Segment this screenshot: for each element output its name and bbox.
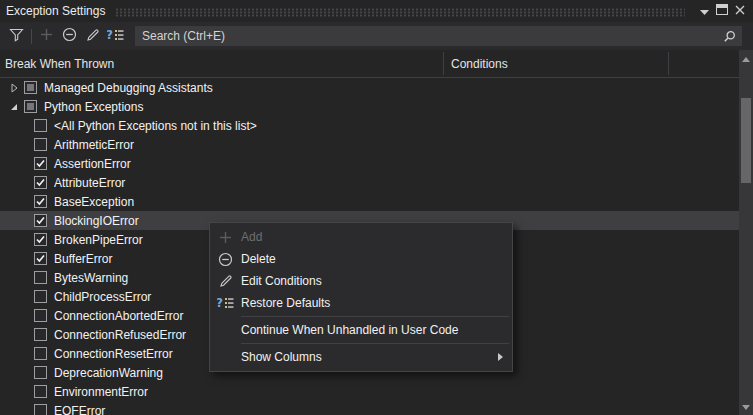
menu-item-continue-when-unhandled-in-user-code[interactable]: Continue When Unhandled in User Code [210,319,512,341]
exception-row[interactable]: AttributeError [0,173,739,192]
pencil-icon [86,28,100,45]
chevron-down-icon [700,4,709,18]
row-label: ArithmeticError [54,138,134,152]
toolbar: ? [0,22,753,50]
exception-row[interactable]: Python Exceptions [0,97,739,116]
mixed-state-square [27,103,34,110]
row-checkbox[interactable] [34,252,47,265]
row-checkbox[interactable] [34,233,47,246]
minus-circle-icon [62,27,77,45]
row-checkbox[interactable] [24,100,37,113]
titlebar: Exception Settings [0,0,753,22]
plus-icon [40,28,53,44]
restore-defaults-button[interactable]: ? [104,25,127,47]
vertical-scrollbar[interactable] [739,50,753,415]
row-label: BlockingIOError [54,214,139,228]
row-label: Python Exceptions [44,100,143,114]
plus-icon [210,231,241,244]
row-label: <All Python Exceptions not in this list> [54,119,257,133]
expander-expanded-icon[interactable] [7,100,20,113]
menu-item-edit-conditions[interactable]: Edit Conditions [210,270,512,292]
svg-text:?: ? [107,28,113,42]
menu-item-label: Show Columns [241,350,498,364]
scroll-down-arrow-icon[interactable] [739,400,753,414]
column-header-conditions[interactable]: Conditions [451,50,508,77]
toolbar-separator [31,29,32,44]
row-label: Managed Debugging Assistants [44,81,213,95]
row-checkbox[interactable] [34,214,47,227]
row-checkbox[interactable] [24,81,37,94]
row-label: EnvironmentError [54,385,148,399]
row-label: AssertionError [54,157,131,171]
column-resize-handle[interactable] [443,52,444,75]
window-position-button[interactable] [695,3,713,20]
column-resize-handle[interactable] [668,52,669,75]
row-checkbox[interactable] [34,157,47,170]
filter-button[interactable] [5,25,28,47]
menu-item-label: Add [241,230,512,244]
menu-item-add: Add [210,226,512,248]
row-checkbox[interactable] [34,366,47,379]
row-checkbox[interactable] [34,138,47,151]
menu-separator [241,343,509,344]
menu-item-label: Restore Defaults [241,296,512,310]
restore-defaults-icon: ? [107,28,124,45]
pencil-icon [210,274,241,288]
exception-row[interactable]: ArithmeticError [0,135,739,154]
float-window-button[interactable] [713,3,731,20]
row-label: BaseException [54,195,134,209]
delete-button[interactable] [58,25,81,47]
search-box [135,26,742,46]
row-checkbox[interactable] [34,347,47,360]
search-input[interactable] [137,29,721,43]
menu-item-label: Edit Conditions [241,274,512,288]
row-checkbox[interactable] [34,195,47,208]
menu-separator [241,316,509,317]
row-checkbox[interactable] [34,385,47,398]
scrollbar-thumb[interactable] [741,98,751,183]
titlebar-drag-grip[interactable] [115,8,685,17]
row-checkbox[interactable] [34,404,47,415]
scroll-up-arrow-icon[interactable] [739,52,753,66]
restore-defaults-icon: ? [210,296,241,310]
row-label: BytesWarning [54,271,128,285]
edit-conditions-button[interactable] [81,25,104,47]
menu-item-restore-defaults[interactable]: ?Restore Defaults [210,292,512,314]
svg-text:?: ? [217,296,223,310]
row-label: ConnectionRefusedError [54,328,186,342]
filter-icon [9,28,24,45]
mixed-state-square [27,84,34,91]
minus-circle-icon [210,252,241,267]
row-label: DeprecationWarning [54,366,163,380]
exception-row[interactable]: EnvironmentError [0,382,739,401]
column-header-break-when-thrown[interactable]: Break When Thrown [5,50,114,77]
row-checkbox[interactable] [34,309,47,322]
exception-row[interactable]: EOFError [0,401,739,415]
row-label: BufferError [54,252,112,266]
exception-row[interactable]: Managed Debugging Assistants [0,78,739,97]
row-checkbox[interactable] [34,119,47,132]
close-button[interactable] [731,3,749,20]
row-label: ChildProcessError [54,290,151,304]
exception-row[interactable]: BaseException [0,192,739,211]
grid-header: Break When Thrown Conditions [0,50,739,78]
exception-settings-window: Exception Settings [0,0,753,415]
row-checkbox[interactable] [34,176,47,189]
exception-row[interactable]: AssertionError [0,154,739,173]
menu-item-label: Delete [241,252,512,266]
exception-row[interactable]: <All Python Exceptions not in this list> [0,116,739,135]
menu-item-show-columns[interactable]: Show Columns [210,346,512,368]
float-window-icon [716,4,728,18]
panel-title: Exception Settings [6,4,105,18]
row-checkbox[interactable] [34,290,47,303]
search-icon[interactable] [721,25,737,47]
expander-collapsed-icon[interactable] [7,81,20,94]
row-checkbox[interactable] [34,328,47,341]
row-label: AttributeError [54,176,125,190]
submenu-arrow-icon [498,353,503,361]
close-icon [735,4,745,18]
row-checkbox[interactable] [34,271,47,284]
row-label: BrokenPipeError [54,233,143,247]
row-label: ConnectionAbortedError [54,309,183,323]
menu-item-delete[interactable]: Delete [210,248,512,270]
